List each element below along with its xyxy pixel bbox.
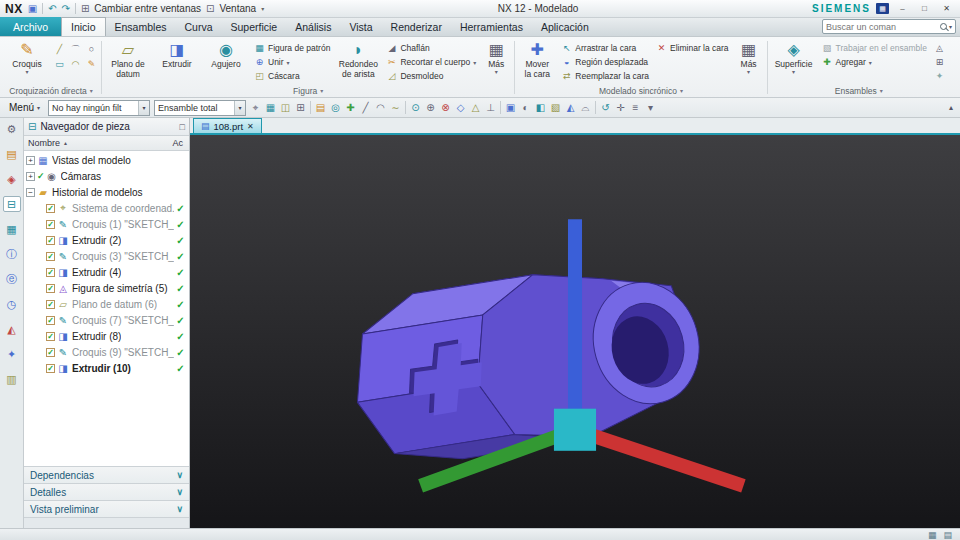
tree-item[interactable]: +▦Vistas del modelo [24, 152, 189, 168]
window-menu-button[interactable]: Ventana [219, 3, 256, 14]
delete-face-button[interactable]: ✕Eliminar la cara [653, 41, 732, 55]
ribbon-collapse-icon[interactable]: ▴ [945, 103, 957, 112]
group-label-direct-sketch[interactable]: Croquización directa▾ [3, 84, 99, 97]
assembly-extra-icon[interactable]: ⊞ [931, 55, 948, 69]
tab-vista[interactable]: Vista [340, 18, 381, 36]
panel-icon[interactable]: ▤ [943, 530, 952, 540]
toolbar-icon[interactable]: ◭ [563, 99, 578, 117]
toolbar-icon[interactable]: ⌓ [578, 99, 593, 117]
toolbar-icon[interactable]: ↺ [598, 99, 613, 117]
redo-icon[interactable]: ↷ [62, 1, 70, 17]
maximize-button[interactable]: □ [916, 2, 933, 15]
navigator-pin-icon[interactable]: □ [180, 122, 185, 132]
tree-item[interactable]: ✓◬Figura de simetría (5)✓ [24, 280, 189, 296]
sketch-tool-icon[interactable]: ⌒ [68, 42, 83, 56]
replace-face-button[interactable]: ⇄Reemplazar la cara [558, 69, 652, 83]
window-grid-icon[interactable]: ▦ [928, 530, 937, 540]
tab-análisis[interactable]: Análisis [286, 18, 340, 36]
toolbar-icon[interactable]: ⊥ [483, 99, 498, 117]
move-face-button[interactable]: ✚ Mover la cara [517, 38, 557, 79]
toolbar-icon[interactable]: ▾ [643, 99, 658, 117]
sketch-tool-icon[interactable]: ╱ [52, 42, 67, 56]
tab-herramientas[interactable]: Herramientas [451, 18, 532, 36]
offset-region-button[interactable]: ◒Región desplazada [558, 55, 652, 69]
selection-filter-dropdown[interactable]: No hay ningún filt ▾ [48, 100, 150, 116]
undo-icon[interactable]: ↶ [48, 1, 56, 17]
assembly-extra-icon[interactable]: ◬ [931, 41, 948, 55]
pull-face-button[interactable]: ↖Arrastrar la cara [558, 41, 652, 55]
column-ac[interactable]: Ac [172, 138, 185, 148]
toolbar-icon[interactable]: ∼ [388, 99, 403, 117]
toolbar-icon[interactable]: ▧ [548, 99, 563, 117]
toolbar-icon[interactable]: ◠ [373, 99, 388, 117]
toolbar-icon[interactable]: ▦ [263, 99, 278, 117]
tree-item[interactable]: ✓◨Extrudir (10)✓ [24, 360, 189, 376]
tree-item[interactable]: −▰Historial de modelos [24, 184, 189, 200]
search-input[interactable] [826, 22, 938, 32]
toolbar-icon[interactable]: ⌖ [248, 99, 263, 117]
surface-button[interactable]: ◈ Superficie ▾ [770, 38, 818, 75]
work-in-assembly-button[interactable]: ▧Trabajar en el ensamble [819, 41, 930, 55]
toolbar-icon[interactable]: ▣ [503, 99, 518, 117]
command-search[interactable]: ▾ [822, 19, 956, 34]
toolbar-icon[interactable]: ◧ [533, 99, 548, 117]
toolbar-icon[interactable]: ◐ [518, 99, 533, 117]
datum-plane-button[interactable]: ▱ Plano de datum [104, 38, 152, 79]
tree-item[interactable]: ✓◨Extrudir (8)✓ [24, 328, 189, 344]
tree-item[interactable]: ✓✎Croquis (1) "SKETCH_0...✓ [24, 216, 189, 232]
feature-checkbox[interactable]: ✓ [46, 268, 55, 277]
chamfer-button[interactable]: ◢Chaflán [383, 41, 479, 55]
sketch-tool-icon[interactable]: ✎ [84, 57, 99, 71]
sketch-tool-icon[interactable]: ▭ [52, 57, 67, 71]
dropdown-arrow-icon[interactable]: ▾ [138, 101, 149, 115]
tab-inicio[interactable]: Inicio [61, 17, 106, 36]
feature-checkbox[interactable]: ✓ [46, 348, 55, 357]
menu-button[interactable]: Menú▾ [3, 102, 46, 113]
toolbar-icon[interactable]: △ [468, 99, 483, 117]
search-icon[interactable] [940, 23, 947, 30]
toolbar-icon[interactable]: ◇ [453, 99, 468, 117]
feature-checkbox[interactable]: ✓ [46, 364, 55, 373]
process-studio-icon[interactable]: ◭ [3, 321, 21, 337]
tree-item[interactable]: ✓▱Plano de datum (6)✓ [24, 296, 189, 312]
assembly-extra-icon[interactable]: ✦ [931, 69, 948, 83]
toolbar-icon[interactable]: ⊙ [408, 99, 423, 117]
add-component-button[interactable]: ✚Agregar▾ [819, 55, 930, 69]
tree-item[interactable]: ✓✎Croquis (7) "SKETCH_...✓ [24, 312, 189, 328]
tab-ensambles[interactable]: Ensambles [106, 18, 176, 36]
reuse-library-icon[interactable]: ▦ [3, 221, 21, 237]
feature-checkbox[interactable]: ✓ [46, 204, 55, 213]
expander-icon[interactable]: − [26, 188, 35, 197]
pattern-feature-button[interactable]: ▦Figura de patrón [251, 41, 333, 55]
panel-detalles[interactable]: Detalles∨ [24, 483, 189, 500]
tree-item[interactable]: ✓✎Croquis (9) "SKETCH_0...✓ [24, 344, 189, 360]
assembly-navigator-icon[interactable]: ▤ [3, 146, 21, 162]
toolbar-icon[interactable]: ⊗ [438, 99, 453, 117]
tab-close-icon[interactable]: ✕ [247, 122, 254, 131]
tab-superficie[interactable]: Superficie [222, 18, 287, 36]
selection-scope-dropdown[interactable]: Ensamble total ▾ [154, 100, 246, 116]
panel-vista-preliminar[interactable]: Vista preliminar∨ [24, 500, 189, 517]
tree-item[interactable]: ✓✎Croquis (3) "SKETCH_...✓ [24, 248, 189, 264]
switch-windows-button[interactable]: Cambiar entre ventanas [94, 3, 201, 14]
group-label-synchronous[interactable]: Modelado sincrónico▾ [517, 84, 764, 97]
toolbar-icon[interactable]: ✛ [613, 99, 628, 117]
tree-item[interactable]: +✓◉Cámaras [24, 168, 189, 184]
toolbar-icon[interactable]: ✚ [343, 99, 358, 117]
feature-checkbox[interactable]: ✓ [46, 236, 55, 245]
feature-checkbox[interactable]: ✓ [46, 300, 55, 309]
extrude-button[interactable]: ◨ Extrudir [153, 38, 201, 69]
expander-icon[interactable]: + [26, 172, 35, 181]
feature-checkbox[interactable]: ✓ [46, 332, 55, 341]
sketch-tool-icon[interactable]: ○ [84, 42, 99, 56]
search-arrow-icon[interactable]: ▾ [949, 23, 952, 30]
unite-button[interactable]: ⊕Unir▾ [251, 55, 333, 69]
shell-button[interactable]: ◰Cáscara [251, 69, 333, 83]
navigator-column-headers[interactable]: Nombre ▲ Ac [24, 136, 189, 151]
tab-renderizar[interactable]: Renderizar [382, 18, 451, 36]
sync-more-button[interactable]: ▦ Más ▾ [733, 38, 765, 75]
toolbar-icon[interactable]: ◫ [278, 99, 293, 117]
part-tab-108prt[interactable]: ▤ 108.prt ✕ [193, 118, 262, 133]
feature-checkbox[interactable]: ✓ [46, 220, 55, 229]
feature-checkbox[interactable]: ✓ [46, 284, 55, 293]
